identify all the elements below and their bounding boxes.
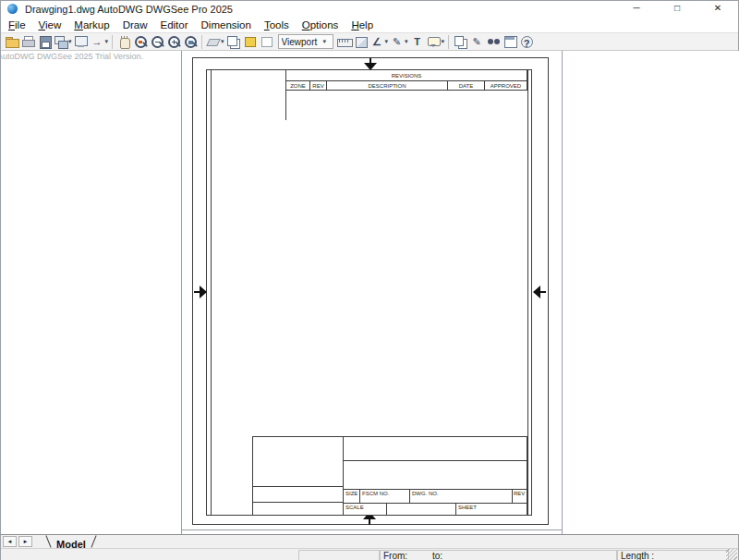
status-to-label: to: <box>432 551 442 560</box>
zoom-out-button[interactable] <box>149 33 165 50</box>
monitor-icon <box>74 35 88 48</box>
callout-button[interactable]: ▾ <box>426 33 446 50</box>
resize-grip[interactable] <box>726 549 737 560</box>
zoom-in-button[interactable] <box>165 33 182 50</box>
menu-dimension[interactable]: Dimension <box>195 18 258 32</box>
size-label: SIZE <box>345 491 357 496</box>
minimize-button[interactable]: ─ <box>616 1 657 17</box>
title-block-line <box>343 489 527 490</box>
maximize-button[interactable]: □ <box>657 1 697 17</box>
rev-col-date: DATE <box>448 81 485 91</box>
status-bar: From: to: Length : <box>1 548 738 560</box>
revision-zone-tick <box>285 91 286 120</box>
fold-mark-bottom-stem <box>369 519 370 525</box>
menu-editor[interactable]: Editor <box>154 18 195 32</box>
print-button[interactable] <box>19 33 36 50</box>
zoom-extents-button[interactable] <box>182 33 199 50</box>
revision-table: REVISIONS ZONEREVDESCRIPTIONDATEAPPROVED <box>285 69 527 91</box>
edit-markup-button[interactable]: ✎ <box>468 33 485 50</box>
convert-button[interactable]: ▾ <box>53 33 73 50</box>
fold-mark-arrow-right <box>533 286 540 298</box>
scale-label: SCALE <box>345 505 364 510</box>
tab-scroll-right-button[interactable]: ► <box>18 536 32 547</box>
viewport-select-combobox[interactable]: Viewport▾ <box>278 34 333 49</box>
title-block-line <box>253 502 343 503</box>
trial-watermark: AutoDWG DWGSee 2025 Trial Version. <box>1 52 143 61</box>
floppy-icon <box>38 35 52 48</box>
binoculars-icon <box>487 35 501 48</box>
paper-edge-right <box>562 51 563 534</box>
previous-view-button[interactable]: →▾ <box>90 33 110 50</box>
sheet-inner-border-right-2 <box>527 69 528 516</box>
title-block-line <box>409 489 410 503</box>
save-button[interactable] <box>36 33 53 50</box>
tab-model[interactable]: Model <box>45 535 97 548</box>
background-color-button[interactable] <box>242 33 259 50</box>
tab-scroll-left-button[interactable]: ◄ <box>3 536 17 547</box>
paper-edge-left <box>181 51 182 534</box>
copy-button[interactable] <box>452 33 468 50</box>
draw-order-button[interactable]: ▾ <box>205 33 225 50</box>
status-panel-length: Length : <box>617 550 729 560</box>
chevron-down-icon: ▾ <box>385 38 389 45</box>
close-button[interactable]: ✕ <box>697 1 738 17</box>
fscm-no-label: FSCM NO. <box>362 491 389 496</box>
paper-edge-bottom <box>181 530 563 530</box>
zoom-window-button[interactable] <box>132 33 149 50</box>
text-icon: T <box>410 35 424 48</box>
title-bar: Drawging1.dwg AutoDWG DWGSee Pro 2025 ─ … <box>1 1 738 17</box>
fold-mark-right-stem <box>540 291 546 293</box>
add-text-button[interactable]: T <box>409 33 426 50</box>
zoom-out-icon <box>151 35 164 48</box>
viewport-combo-label: Viewport <box>282 37 322 47</box>
measure-distance-button[interactable] <box>336 33 353 50</box>
menu-markup[interactable]: Markup <box>67 18 115 32</box>
title-block-line <box>359 489 360 503</box>
toolbar-separator <box>201 35 202 49</box>
menu-draw[interactable]: Draw <box>116 18 154 32</box>
paper-color-button[interactable] <box>259 33 275 50</box>
toolbar-separator <box>448 35 449 49</box>
status-length-label: Length : <box>621 551 654 560</box>
printer-icon <box>21 35 35 48</box>
open-button[interactable] <box>3 33 19 50</box>
menu-tools[interactable]: Tools <box>258 18 296 32</box>
title-block: SIZE FSCM NO. DWG. NO. REV SCALE SHEET <box>252 436 527 516</box>
chevron-down-icon: ▾ <box>105 38 109 45</box>
help-button[interactable]: ? <box>518 33 535 50</box>
full-screen-button[interactable] <box>73 33 90 50</box>
title-block-line <box>386 503 387 515</box>
menu-view[interactable]: View <box>32 18 68 32</box>
menu-file[interactable]: File <box>2 18 32 32</box>
arrow-icon: → <box>91 35 104 48</box>
markup-pen-button[interactable]: ✎▾ <box>389 33 409 50</box>
hand-icon <box>117 35 131 48</box>
folder-icon <box>5 35 18 48</box>
measure-area-button[interactable] <box>353 33 370 50</box>
tab-slant-right <box>91 535 96 547</box>
color-yellow-icon <box>243 35 257 48</box>
title-block-line <box>512 489 513 503</box>
chevron-down-icon: ▾ <box>442 38 445 45</box>
revision-table-headers: ZONEREVDESCRIPTIONDATEAPPROVED <box>286 81 527 91</box>
layers-button[interactable] <box>225 33 242 50</box>
layout-tab-bar: ◄ ► Model <box>1 534 738 548</box>
sheet-label: SHEET <box>458 505 477 510</box>
callout-icon <box>427 35 441 48</box>
convert-icon <box>54 35 67 48</box>
menu-options[interactable]: Options <box>296 18 345 32</box>
menu-help[interactable]: Help <box>345 18 380 32</box>
drawing-canvas[interactable]: AutoDWG DWGSee 2025 Trial Version. REVIS… <box>1 51 739 534</box>
zoom-extents-icon <box>184 35 198 48</box>
measure-angle-button[interactable]: ∠▾ <box>370 33 390 50</box>
find-button[interactable] <box>485 33 502 50</box>
layers-icon <box>226 35 240 48</box>
angle-icon: ∠ <box>370 35 384 48</box>
rev-col-description: DESCRIPTION <box>327 81 448 91</box>
help-icon: ? <box>521 36 533 48</box>
sheet-inner-border-left-2 <box>211 69 212 516</box>
window-controls: ─ □ ✕ <box>616 1 738 17</box>
ruler-icon <box>337 35 351 48</box>
new-window-button[interactable] <box>502 33 518 50</box>
pan-button[interactable] <box>115 33 132 50</box>
